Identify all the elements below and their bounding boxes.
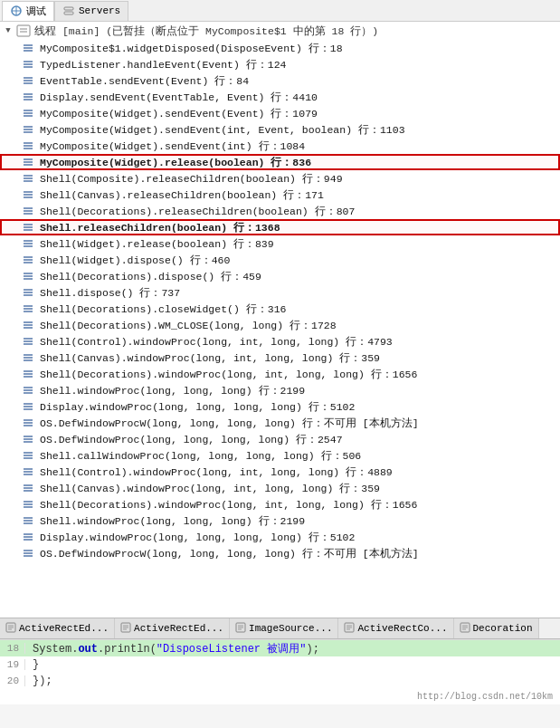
stack-frame-row[interactable]: Shell.windowProc(long, long, long) 行：219…: [0, 512, 560, 529]
svg-rect-4: [64, 12, 73, 14]
line-content: System.out.println("DisposeListener 被调用"…: [25, 641, 319, 656]
line-number: 19: [0, 659, 25, 670]
bottom-tab-0[interactable]: ActiveRectEd...: [0, 618, 115, 638]
stack-frame-row[interactable]: Shell(Composite).releaseChildren(boolean…: [0, 170, 560, 187]
stack-frame-row[interactable]: Shell(Decorations).releaseChildren(boole…: [0, 203, 560, 219]
stack-frame-row[interactable]: Shell.callWindowProc(long, long, long, l…: [0, 447, 560, 464]
bottom-tab-2[interactable]: ImageSource...: [230, 618, 338, 638]
stack-frame-text: Shell.windowProc(long, long, long) 行：219…: [40, 514, 305, 528]
code-method: out: [78, 643, 98, 656]
line-content: }: [25, 658, 39, 671]
bottom-tab-3[interactable]: ActiveRectCo...: [338, 618, 453, 638]
stack-frame-row[interactable]: OS.DefWindowProcW(long, long, long, long…: [0, 415, 560, 431]
stack-frame-text: OS.DefWindowProcW(long, long, long, long…: [40, 547, 419, 560]
stack-frame-text: Shell(Decorations).releaseChildren(boole…: [40, 205, 355, 218]
stack-frame-icon: [22, 400, 36, 413]
stack-frame-row[interactable]: Shell(Canvas).releaseChildren(boolean) 行…: [0, 187, 560, 203]
expand-arrow[interactable]: ▼: [4, 26, 13, 35]
stack-frame-icon: [22, 531, 36, 543]
bottom-tab-4[interactable]: Decoration: [454, 618, 539, 638]
stack-frame-row[interactable]: Shell(Canvas).windowProc(long, int, long…: [0, 480, 560, 496]
stack-frame-icon: [22, 254, 36, 266]
tab-debug[interactable]: 调试: [2, 1, 54, 21]
stack-frame-row[interactable]: EventTable.sendEvent(Event) 行：84: [0, 72, 560, 89]
stack-frame-text: MyComposite(Widget).sendEvent(Event) 行：1…: [40, 107, 318, 120]
stack-frame-text: Shell(Decorations).WM_CLOSE(long, long) …: [40, 319, 337, 332]
stack-frame-icon: [22, 547, 36, 560]
stack-frame-icon: [22, 302, 36, 315]
stack-frame-text: Shell.releaseChildren(boolean) 行：1368: [40, 221, 280, 235]
stack-frame-icon: [22, 433, 36, 445]
stack-frame-row[interactable]: Display.windowProc(long, long, long, lon…: [0, 529, 560, 545]
stack-frame-icon: [22, 91, 36, 103]
line-number: 20: [0, 675, 25, 686]
debug-panel: ▼ 线程 [main] (已暂挂（断点位于 MyComposite$1 中的第 …: [0, 22, 560, 618]
code-lines: 18 System.out.println("DisposeListener 被…: [0, 640, 560, 689]
stack-frame-text: Shell(Canvas).windowProc(long, int, long…: [40, 482, 380, 495]
stack-frame-text: Shell(Control).windowProc(long, int, lon…: [40, 335, 393, 349]
stack-frame-text: Shell(Canvas).releaseChildren(boolean) 行…: [40, 188, 324, 202]
stack-frame-row[interactable]: Shell(Canvas).windowProc(long, int, long…: [0, 350, 560, 366]
stack-frame-row[interactable]: Shell(Decorations).closeWidget() 行：316: [0, 301, 560, 317]
code-text: });: [33, 675, 52, 687]
stack-frame-text: Shell(Decorations).windowProc(long, int,…: [40, 368, 417, 381]
stack-frame-row[interactable]: OS.DefWindowProcW(long, long, long, long…: [0, 545, 560, 561]
stack-frame-row[interactable]: Shell(Widget).dispose() 行：460: [0, 252, 560, 268]
bottom-tab-label: ImageSource...: [249, 623, 332, 634]
editor-icon: [235, 622, 246, 636]
stack-frame-text: Shell.windowProc(long, long, long) 行：219…: [40, 384, 305, 398]
stack-frame-icon: [22, 123, 36, 136]
stack-frame-icon: [22, 188, 36, 201]
stack-frame-text: Display.windowProc(long, long, long, lon…: [40, 400, 355, 414]
line-content: });: [25, 675, 52, 687]
stack-frame-row[interactable]: MyComposite(Widget).sendEvent(Event) 行：1…: [0, 105, 560, 121]
stack-frame-icon: [22, 351, 36, 364]
stack-frame-row[interactable]: Shell(Decorations).windowProc(long, int,…: [0, 366, 560, 382]
stack-frame-text: MyComposite(Widget).release(boolean) 行：8…: [40, 156, 311, 169]
stack-frame-row[interactable]: Display.windowProc(long, long, long, lon…: [0, 398, 560, 415]
stack-frame-row[interactable]: Shell(Control).windowProc(long, int, lon…: [0, 333, 560, 350]
thread-icon: [16, 24, 31, 38]
stack-frame-row[interactable]: Display.sendEvent(EventTable, Event) 行：4…: [0, 89, 560, 105]
stack-frame-icon: [22, 368, 36, 380]
stack-frame-row[interactable]: Shell.releaseChildren(boolean) 行：1368: [0, 219, 560, 235]
stack-frame-row[interactable]: MyComposite(Widget).sendEvent(int, Event…: [0, 121, 560, 138]
stack-frame-row[interactable]: Shell(Decorations).WM_CLOSE(long, long) …: [0, 317, 560, 333]
stack-frame-row[interactable]: MyComposite(Widget).release(boolean) 行：8…: [0, 154, 560, 170]
bottom-tab-1[interactable]: ActiveRectEd...: [115, 618, 230, 638]
stack-frame-text: Display.windowProc(long, long, long, lon…: [40, 531, 355, 544]
code-area: 18 System.out.println("DisposeListener 被…: [0, 639, 560, 704]
tab-debug-label: 调试: [26, 5, 46, 18]
bottom-tab-label: ActiveRectEd...: [134, 623, 223, 634]
svg-rect-3: [64, 7, 73, 10]
stack-frame-row[interactable]: Shell(Control).windowProc(long, int, lon…: [0, 464, 560, 480]
stack-frame-row[interactable]: Shell(Decorations).dispose() 行：459: [0, 268, 560, 284]
stack-frame-row[interactable]: Shell(Widget).release(boolean) 行：839: [0, 235, 560, 252]
stack-frame-row[interactable]: MyComposite(Widget).sendEvent(int) 行：108…: [0, 138, 560, 154]
stack-frames-container: MyComposite$1.widgetDisposed(DisposeEven…: [0, 40, 560, 561]
code-string: "DisposeListener 被调用": [157, 643, 307, 656]
stack-frame-row[interactable]: Shell(Decorations).windowProc(long, int,…: [0, 496, 560, 512]
line-number: 18: [0, 643, 25, 654]
stack-frame-icon: [22, 498, 36, 511]
stack-frame-icon: [22, 221, 36, 234]
code-line: 20 });: [0, 673, 560, 689]
bottom-tab-label: ActiveRectEd...: [19, 623, 109, 634]
code-text: );: [306, 643, 318, 656]
tab-servers-label: Servers: [79, 5, 120, 16]
stack-frame-row[interactable]: Shell.windowProc(long, long, long) 行：219…: [0, 382, 560, 398]
tab-bar: 调试 Servers: [0, 0, 560, 22]
stack-frame-row[interactable]: MyComposite$1.widgetDisposed(DisposeEven…: [0, 40, 560, 56]
editor-icon: [460, 622, 470, 636]
server-icon: [62, 5, 75, 17]
stack-frame-row[interactable]: Shell.dispose() 行：737: [0, 284, 560, 301]
stack-frame-icon: [22, 107, 36, 120]
stack-frame-row[interactable]: TypedListener.handleEvent(Event) 行：124: [0, 56, 560, 72]
stack-frame-icon: [22, 465, 36, 478]
stack-frame-icon: [22, 58, 36, 71]
code-line: 18 System.out.println("DisposeListener 被…: [0, 640, 560, 656]
stack-frame-icon: [22, 384, 36, 397]
stack-frame-icon: [22, 286, 36, 299]
stack-frame-row[interactable]: OS.DefWindowProc(long, long, long, long)…: [0, 431, 560, 447]
tab-servers[interactable]: Servers: [54, 1, 128, 21]
